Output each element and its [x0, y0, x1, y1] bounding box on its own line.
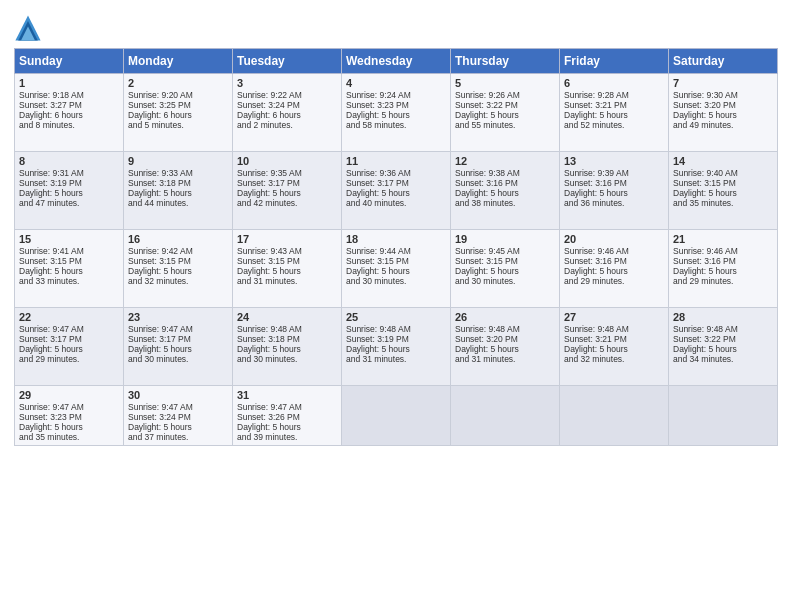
day-info-line: Sunset: 3:21 PM: [564, 334, 664, 344]
col-header-wednesday: Wednesday: [342, 49, 451, 74]
day-info-line: and 38 minutes.: [455, 198, 555, 208]
day-info-line: Sunrise: 9:42 AM: [128, 246, 228, 256]
day-cell: 5Sunrise: 9:26 AMSunset: 3:22 PMDaylight…: [451, 74, 560, 152]
col-header-sunday: Sunday: [15, 49, 124, 74]
day-cell: 1Sunrise: 9:18 AMSunset: 3:27 PMDaylight…: [15, 74, 124, 152]
day-cell: 20Sunrise: 9:46 AMSunset: 3:16 PMDayligh…: [560, 230, 669, 308]
day-info-line: Sunset: 3:25 PM: [128, 100, 228, 110]
day-cell: 22Sunrise: 9:47 AMSunset: 3:17 PMDayligh…: [15, 308, 124, 386]
day-info-line: and 30 minutes.: [237, 354, 337, 364]
day-cell: 3Sunrise: 9:22 AMSunset: 3:24 PMDaylight…: [233, 74, 342, 152]
day-number: 1: [19, 77, 119, 89]
day-cell: 18Sunrise: 9:44 AMSunset: 3:15 PMDayligh…: [342, 230, 451, 308]
day-cell: 17Sunrise: 9:43 AMSunset: 3:15 PMDayligh…: [233, 230, 342, 308]
col-header-monday: Monday: [124, 49, 233, 74]
day-info-line: Sunrise: 9:48 AM: [673, 324, 773, 334]
day-info-line: Sunrise: 9:45 AM: [455, 246, 555, 256]
day-info-line: Sunrise: 9:26 AM: [455, 90, 555, 100]
day-info-line: Sunrise: 9:47 AM: [128, 402, 228, 412]
day-cell: [560, 386, 669, 446]
day-info-line: and 29 minutes.: [673, 276, 773, 286]
day-info-line: Sunset: 3:18 PM: [237, 334, 337, 344]
day-info-line: and 35 minutes.: [19, 432, 119, 442]
day-info-line: Sunrise: 9:47 AM: [19, 324, 119, 334]
day-info-line: Sunset: 3:15 PM: [128, 256, 228, 266]
day-info-line: Sunset: 3:20 PM: [673, 100, 773, 110]
day-info-line: Sunset: 3:22 PM: [673, 334, 773, 344]
day-info-line: Sunset: 3:22 PM: [455, 100, 555, 110]
day-cell: 7Sunrise: 9:30 AMSunset: 3:20 PMDaylight…: [669, 74, 778, 152]
day-info-line: Daylight: 5 hours: [673, 110, 773, 120]
day-info-line: Sunrise: 9:48 AM: [237, 324, 337, 334]
day-cell: 8Sunrise: 9:31 AMSunset: 3:19 PMDaylight…: [15, 152, 124, 230]
col-header-tuesday: Tuesday: [233, 49, 342, 74]
day-info-line: Sunrise: 9:31 AM: [19, 168, 119, 178]
day-number: 2: [128, 77, 228, 89]
logo-icon: [14, 14, 42, 42]
day-cell: 19Sunrise: 9:45 AMSunset: 3:15 PMDayligh…: [451, 230, 560, 308]
day-info-line: Sunrise: 9:40 AM: [673, 168, 773, 178]
day-info-line: Sunrise: 9:46 AM: [564, 246, 664, 256]
day-info-line: Sunrise: 9:18 AM: [19, 90, 119, 100]
day-number: 4: [346, 77, 446, 89]
col-header-friday: Friday: [560, 49, 669, 74]
day-info-line: Daylight: 5 hours: [455, 344, 555, 354]
day-info-line: Sunset: 3:20 PM: [455, 334, 555, 344]
day-number: 24: [237, 311, 337, 323]
day-cell: [669, 386, 778, 446]
day-cell: 6Sunrise: 9:28 AMSunset: 3:21 PMDaylight…: [560, 74, 669, 152]
day-info-line: Sunset: 3:27 PM: [19, 100, 119, 110]
week-row-4: 22Sunrise: 9:47 AMSunset: 3:17 PMDayligh…: [15, 308, 778, 386]
day-info-line: Daylight: 5 hours: [564, 344, 664, 354]
day-info-line: Sunrise: 9:47 AM: [237, 402, 337, 412]
day-info-line: Sunrise: 9:30 AM: [673, 90, 773, 100]
day-info-line: Daylight: 5 hours: [346, 188, 446, 198]
day-cell: 21Sunrise: 9:46 AMSunset: 3:16 PMDayligh…: [669, 230, 778, 308]
day-info-line: Daylight: 5 hours: [564, 188, 664, 198]
day-number: 14: [673, 155, 773, 167]
day-cell: 31Sunrise: 9:47 AMSunset: 3:26 PMDayligh…: [233, 386, 342, 446]
day-info-line: Daylight: 6 hours: [19, 110, 119, 120]
day-info-line: and 52 minutes.: [564, 120, 664, 130]
day-number: 6: [564, 77, 664, 89]
day-info-line: Sunset: 3:17 PM: [346, 178, 446, 188]
day-number: 26: [455, 311, 555, 323]
day-info-line: and 55 minutes.: [455, 120, 555, 130]
day-number: 5: [455, 77, 555, 89]
day-info-line: Sunset: 3:19 PM: [346, 334, 446, 344]
week-row-2: 8Sunrise: 9:31 AMSunset: 3:19 PMDaylight…: [15, 152, 778, 230]
day-info-line: Sunrise: 9:48 AM: [346, 324, 446, 334]
day-info-line: Daylight: 5 hours: [564, 266, 664, 276]
day-info-line: Daylight: 5 hours: [237, 422, 337, 432]
day-info-line: Sunrise: 9:36 AM: [346, 168, 446, 178]
day-info-line: Sunrise: 9:35 AM: [237, 168, 337, 178]
day-info-line: Sunrise: 9:24 AM: [346, 90, 446, 100]
day-info-line: Daylight: 5 hours: [237, 344, 337, 354]
day-number: 29: [19, 389, 119, 401]
day-cell: 9Sunrise: 9:33 AMSunset: 3:18 PMDaylight…: [124, 152, 233, 230]
day-info-line: Sunset: 3:17 PM: [19, 334, 119, 344]
day-number: 30: [128, 389, 228, 401]
day-info-line: Sunset: 3:19 PM: [19, 178, 119, 188]
day-info-line: and 36 minutes.: [564, 198, 664, 208]
day-cell: 15Sunrise: 9:41 AMSunset: 3:15 PMDayligh…: [15, 230, 124, 308]
day-info-line: Sunset: 3:16 PM: [564, 178, 664, 188]
day-info-line: and 2 minutes.: [237, 120, 337, 130]
day-info-line: and 8 minutes.: [19, 120, 119, 130]
day-info-line: Sunrise: 9:33 AM: [128, 168, 228, 178]
day-info-line: Sunrise: 9:28 AM: [564, 90, 664, 100]
day-cell: 11Sunrise: 9:36 AMSunset: 3:17 PMDayligh…: [342, 152, 451, 230]
day-number: 20: [564, 233, 664, 245]
day-info-line: Daylight: 5 hours: [19, 266, 119, 276]
day-cell: 27Sunrise: 9:48 AMSunset: 3:21 PMDayligh…: [560, 308, 669, 386]
day-info-line: Sunrise: 9:41 AM: [19, 246, 119, 256]
day-cell: [451, 386, 560, 446]
day-number: 11: [346, 155, 446, 167]
day-info-line: Sunrise: 9:38 AM: [455, 168, 555, 178]
day-info-line: Daylight: 5 hours: [346, 110, 446, 120]
day-info-line: Daylight: 5 hours: [19, 344, 119, 354]
day-number: 25: [346, 311, 446, 323]
day-info-line: Sunset: 3:15 PM: [673, 178, 773, 188]
day-cell: 14Sunrise: 9:40 AMSunset: 3:15 PMDayligh…: [669, 152, 778, 230]
day-number: 3: [237, 77, 337, 89]
